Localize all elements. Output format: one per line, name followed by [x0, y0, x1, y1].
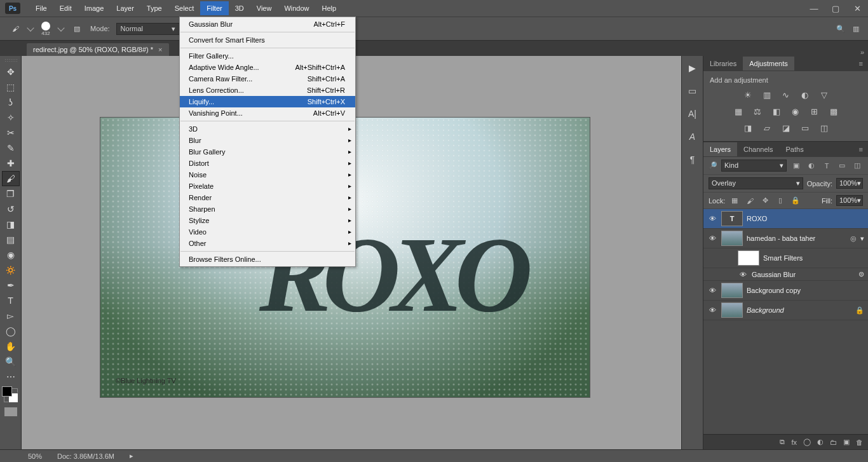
- minimize-button[interactable]: —: [803, 0, 825, 17]
- layer-name[interactable]: Background copy: [747, 287, 864, 294]
- layer-item[interactable]: 👁 Background 🔒: [703, 301, 868, 320]
- layer-thumb[interactable]: [721, 302, 743, 318]
- filter-smart-icon[interactable]: ◫: [851, 161, 863, 170]
- menu-item[interactable]: Render: [180, 192, 355, 203]
- opacity-value[interactable]: 100%▾: [836, 178, 863, 189]
- panel-grip[interactable]: [4, 58, 17, 62]
- edit-toolbar[interactable]: ⋯: [2, 369, 20, 384]
- magic-wand-tool[interactable]: ✧: [2, 110, 20, 125]
- eyedropper-tool[interactable]: ✎: [2, 140, 20, 156]
- history-brush-tool[interactable]: ↺: [2, 201, 20, 217]
- filter-shape-icon[interactable]: ▭: [836, 161, 848, 170]
- close-button[interactable]: ✕: [846, 0, 868, 17]
- menu-item[interactable]: Blur Gallery: [180, 146, 355, 158]
- layer-thumb[interactable]: T: [721, 211, 743, 226]
- layer-name[interactable]: Background: [747, 306, 851, 314]
- color-swatches[interactable]: [4, 388, 18, 402]
- marquee-tool[interactable]: ⬚: [2, 79, 20, 95]
- filter-pixel-icon[interactable]: ▣: [790, 161, 802, 170]
- filter-name[interactable]: Gaussian Blur: [752, 271, 855, 278]
- menu-layer[interactable]: Layer: [110, 1, 140, 15]
- blur-tool[interactable]: ◉: [2, 247, 20, 262]
- tab-libraries[interactable]: Libraries: [703, 57, 743, 71]
- menu-item[interactable]: Gaussian BlurAlt+Ctrl+F: [180, 18, 355, 30]
- exposure-icon[interactable]: ◐: [799, 89, 811, 100]
- brush-panel-icon[interactable]: ▧: [70, 22, 84, 36]
- layer-item[interactable]: 👁 T ROXO: [703, 209, 868, 229]
- play-icon[interactable]: ▶: [684, 60, 701, 76]
- eraser-tool[interactable]: ◨: [2, 217, 20, 232]
- menu-image[interactable]: Image: [78, 1, 111, 15]
- hand-tool[interactable]: ✋: [2, 339, 20, 354]
- vibrance-icon[interactable]: ▽: [818, 89, 830, 100]
- menu-item[interactable]: Convert for Smart Filters: [180, 34, 355, 46]
- layer-item[interactable]: 👁 hamedan - baba taher ◎ ▾: [703, 229, 868, 248]
- zoom-tool[interactable]: 🔍: [2, 354, 20, 369]
- brush-preview[interactable]: 432: [39, 22, 52, 36]
- crop-tool[interactable]: ✂: [2, 125, 20, 140]
- menu-item[interactable]: Liquify...Shift+Ctrl+X: [180, 96, 355, 107]
- brush-dropdown[interactable]: [57, 24, 64, 31]
- glyphs-icon[interactable]: A: [684, 128, 701, 145]
- path-select-tool[interactable]: ▻: [2, 308, 20, 323]
- lasso-tool[interactable]: ʖ: [2, 95, 20, 110]
- menu-window[interactable]: Window: [278, 1, 315, 15]
- menu-item[interactable]: Pixelate: [180, 180, 355, 192]
- lock-all-icon[interactable]: 🔒: [790, 196, 801, 205]
- hue-icon[interactable]: ▦: [733, 105, 744, 117]
- panel-menu-icon[interactable]: ≡: [854, 60, 868, 67]
- filter-search-icon[interactable]: 🔎: [709, 161, 717, 170]
- group-icon[interactable]: 🗀: [830, 438, 837, 446]
- lock-artboard-icon[interactable]: ▯: [775, 196, 786, 205]
- lookup-icon[interactable]: ▩: [828, 105, 839, 117]
- paragraph-icon[interactable]: ¶: [684, 151, 701, 168]
- balance-icon[interactable]: ⚖: [752, 105, 763, 117]
- visibility-icon[interactable]: 👁: [738, 271, 748, 278]
- healing-tool[interactable]: ✚: [2, 156, 20, 171]
- brightness-icon[interactable]: ☀: [742, 89, 754, 100]
- mask-icon[interactable]: ◯: [803, 438, 811, 446]
- menu-item[interactable]: Distort: [180, 158, 355, 169]
- filter-type-icon[interactable]: T: [821, 162, 832, 170]
- visibility-icon[interactable]: 👁: [707, 215, 717, 222]
- tool-preset-dropdown[interactable]: [27, 24, 34, 31]
- menu-item[interactable]: Filter Gallery...: [180, 50, 355, 62]
- blend-mode-select[interactable]: Normal▾: [116, 23, 180, 35]
- tab-paths[interactable]: Paths: [780, 142, 810, 156]
- invert-icon[interactable]: ◨: [742, 122, 754, 133]
- status-arrow-icon[interactable]: ▸: [130, 452, 133, 460]
- fill-value[interactable]: 100%▾: [836, 195, 863, 206]
- smart-filters-row[interactable]: Smart Filters: [703, 248, 868, 268]
- move-tool[interactable]: ✥: [2, 64, 20, 79]
- layer-item[interactable]: 👁 Background copy: [703, 281, 868, 301]
- lock-trans-icon[interactable]: ▦: [729, 196, 740, 205]
- menu-item[interactable]: Noise: [180, 169, 355, 180]
- layer-thumb[interactable]: [721, 231, 743, 246]
- layer-filter-kind[interactable]: Kind▾: [721, 160, 787, 172]
- gradient-tool[interactable]: ▤: [2, 232, 20, 247]
- menu-item[interactable]: Camera Raw Filter...Shift+Ctrl+A: [180, 73, 355, 85]
- mixer-icon[interactable]: ⊞: [809, 105, 820, 117]
- layer-name[interactable]: hamedan - baba taher: [747, 234, 846, 242]
- filter-mask-thumb[interactable]: [738, 250, 759, 266]
- menu-item[interactable]: Other: [180, 238, 355, 249]
- menu-3d[interactable]: 3D: [229, 1, 250, 15]
- filter-adjust-icon[interactable]: ◐: [806, 161, 817, 170]
- dodge-tool[interactable]: 🔅: [2, 262, 20, 278]
- menu-item[interactable]: Stylize: [180, 215, 355, 226]
- menu-item[interactable]: Browse Filters Online...: [180, 254, 355, 265]
- shape-tool[interactable]: ◯: [2, 323, 20, 339]
- document-tab[interactable]: redirect.jpg @ 50% (ROXO, RGB/8#) *×: [27, 43, 169, 56]
- menu-select[interactable]: Select: [168, 1, 201, 15]
- menu-type[interactable]: Type: [140, 1, 168, 15]
- visibility-icon[interactable]: 👁: [707, 287, 717, 294]
- search-icon[interactable]: 🔍: [836, 25, 845, 33]
- layer-name[interactable]: ROXO: [747, 215, 864, 222]
- blend-mode-select[interactable]: Overlay▾: [709, 177, 803, 189]
- menu-edit[interactable]: Edit: [53, 1, 78, 15]
- menu-view[interactable]: View: [250, 1, 278, 15]
- menu-item[interactable]: Blur: [180, 135, 355, 146]
- menu-help[interactable]: Help: [316, 1, 343, 15]
- maximize-button[interactable]: ▢: [825, 0, 846, 17]
- new-layer-icon[interactable]: ▣: [843, 438, 850, 446]
